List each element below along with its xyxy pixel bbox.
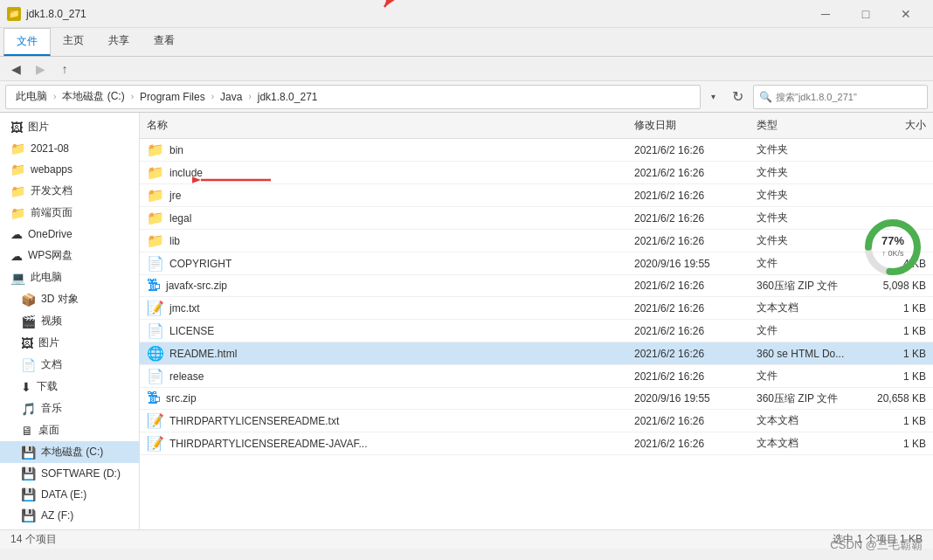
- table-row[interactable]: 🗜 javafx-src.zip 2021/6/2 16:26 360压缩 ZI…: [140, 275, 933, 297]
- table-row[interactable]: 📄 release 2021/6/2 16:26 文件 1 KB: [140, 365, 933, 388]
- table-row[interactable]: 📄 COPYRIGHT 2020/9/16 19:55 文件 4 KB: [140, 252, 933, 275]
- sidebar-item-pictures[interactable]: 🖼 图片: [0, 116, 139, 138]
- table-row[interactable]: 📁 include 2021/6/2 16:26 文件夹: [140, 162, 933, 184]
- disk-icon-2: 💾: [21, 467, 36, 480]
- sidebar-item-2021-08[interactable]: 📁 2021-08: [0, 138, 139, 159]
- col-date[interactable]: 修改日期: [627, 113, 750, 139]
- file-date: 2021/6/2 16:26: [627, 184, 750, 207]
- pictures-icon: 🖼: [10, 121, 23, 135]
- sidebar-item-downloads[interactable]: ⬇ 下载: [0, 376, 139, 398]
- app-icon: 📁: [7, 7, 21, 21]
- table-row[interactable]: 📄 LICENSE 2021/6/2 16:26 文件 1 KB: [140, 320, 933, 342]
- file-name: lib: [169, 235, 180, 247]
- file-date: 2021/6/2 16:26: [627, 139, 750, 162]
- file-type: 360压缩 ZIP 文件: [750, 388, 863, 410]
- file-name: javafx-src.zip: [166, 280, 227, 292]
- sidebar-item-wps[interactable]: ☁ WPS网盘: [0, 245, 139, 266]
- search-box[interactable]: 🔍: [753, 85, 928, 109]
- file-type: 文件夹: [750, 230, 863, 252]
- up-button[interactable]: ↑: [54, 59, 75, 80]
- breadcrumb-path: 此电脑 › 本地磁盘 (C:) › Program Files › Java ›…: [5, 85, 701, 109]
- file-size: [863, 139, 933, 162]
- sidebar-item-music[interactable]: 🎵 音乐: [0, 398, 139, 419]
- sidebar-item-data[interactable]: 💾 DATA (E:): [0, 484, 139, 505]
- file-date: 2021/6/2 16:26: [627, 432, 750, 455]
- col-size[interactable]: 大小: [863, 113, 933, 139]
- breadcrumb-thispc[interactable]: 此电脑: [13, 87, 50, 106]
- table-row[interactable]: 📁 bin 2021/6/2 16:26 文件夹: [140, 139, 933, 162]
- file-date: 2021/6/2 16:26: [627, 297, 750, 320]
- wps-icon: ☁: [10, 249, 23, 263]
- col-name[interactable]: 名称: [140, 113, 627, 139]
- minimize-button[interactable]: ─: [805, 0, 846, 28]
- refresh-button[interactable]: ↻: [725, 85, 750, 109]
- table-row[interactable]: 🌐 README.html 2021/6/2 16:26 360 se HTML…: [140, 342, 933, 365]
- breadcrumb-programfiles[interactable]: Program Files: [137, 89, 208, 105]
- table-row[interactable]: 📁 jre 2021/6/2 16:26 文件夹: [140, 184, 933, 207]
- sidebar: 🖼 图片 📁 2021-08 📁 webapps 📁 开发文档 📁 前端页面 ☁…: [0, 113, 140, 529]
- window-title: jdk1.8.0_271: [26, 8, 86, 20]
- folder-icon-4: 📁: [10, 206, 25, 220]
- file-name: README.html: [169, 348, 237, 360]
- sidebar-item-pics2[interactable]: 🖼 图片: [0, 332, 139, 354]
- table-row[interactable]: 🗜 src.zip 2020/9/16 19:55 360压缩 ZIP 文件 2…: [140, 388, 933, 410]
- sidebar-item-az[interactable]: 💾 AZ (F:): [0, 505, 139, 526]
- col-type[interactable]: 类型: [750, 113, 863, 139]
- sidebar-item-docs[interactable]: 📄 文档: [0, 354, 139, 376]
- file-name: include: [169, 167, 203, 179]
- tab-share[interactable]: 共享: [96, 28, 142, 56]
- item-count: 14 个项目: [10, 532, 57, 547]
- sidebar-item-onedrive[interactable]: ☁ OneDrive: [0, 224, 139, 245]
- file-type: 360压缩 ZIP 文件: [750, 275, 863, 297]
- breadcrumb-jdk[interactable]: jdk1.8.0_271: [255, 89, 321, 105]
- close-button[interactable]: ✕: [886, 0, 926, 28]
- folder-icon-2: 📁: [10, 162, 25, 176]
- search-icon: 🔍: [759, 91, 772, 103]
- path-dropdown-button[interactable]: ▾: [704, 85, 722, 109]
- file-date: 2021/6/2 16:26: [627, 275, 750, 297]
- content-area: 🖼 图片 📁 2021-08 📁 webapps 📁 开发文档 📁 前端页面 ☁…: [0, 113, 933, 529]
- search-input[interactable]: [776, 92, 922, 102]
- sidebar-item-devdocs[interactable]: 📁 开发文档: [0, 180, 139, 202]
- tab-file[interactable]: 文件: [3, 28, 51, 56]
- table-row[interactable]: 📁 legal 2021/6/2 16:26 文件夹: [140, 207, 933, 230]
- forward-button[interactable]: ▶: [30, 59, 51, 80]
- file-list-area: 名称 修改日期 类型 大小 📁 bin 2021/6/2 16:26 文件夹: [140, 113, 933, 529]
- ribbon-tabs: 文件 主页 共享 查看: [0, 28, 933, 56]
- performance-gauge: 77% ↑ 0K/s: [863, 218, 923, 277]
- sidebar-item-software[interactable]: 💾 SOFTWARE (D:): [0, 463, 139, 484]
- file-date: 2021/6/2 16:26: [627, 230, 750, 252]
- tab-home[interactable]: 主页: [51, 28, 96, 56]
- title-bar: 📁 jdk1.8.0_271 ─ □ ✕: [0, 0, 933, 28]
- file-type: 文件: [750, 365, 863, 388]
- tab-view[interactable]: 查看: [142, 28, 187, 56]
- file-type: 文件: [750, 320, 863, 342]
- pc-icon: 💻: [10, 271, 25, 285]
- sidebar-item-desktop[interactable]: 🖥 桌面: [0, 419, 139, 441]
- svg-text:77%: 77%: [881, 234, 904, 247]
- sidebar-item-frontend[interactable]: 📁 前端页面: [0, 202, 139, 224]
- back-button[interactable]: ◀: [5, 59, 26, 80]
- sidebar-item-localdisk[interactable]: 💾 本地磁盘 (C:): [0, 441, 139, 463]
- sidebar-item-webapps[interactable]: 📁 webapps: [0, 159, 139, 180]
- file-size: [863, 184, 933, 207]
- file-date: 2021/6/2 16:26: [627, 320, 750, 342]
- file-name: jmc.txt: [169, 302, 200, 315]
- maximize-button[interactable]: □: [846, 0, 886, 28]
- sidebar-item-thispc[interactable]: 💻 此电脑: [0, 266, 139, 288]
- breadcrumb-java[interactable]: Java: [218, 89, 245, 105]
- file-name: release: [169, 370, 204, 383]
- file-size: 20,658 KB: [863, 388, 933, 410]
- table-row[interactable]: 📁 lib 2021/6/2 16:26 文件夹: [140, 230, 933, 252]
- sidebar-item-videos[interactable]: 🎬 视频: [0, 310, 139, 332]
- table-row[interactable]: 📝 THIRDPARTYLICENSEREADME-JAVAF... 2021/…: [140, 432, 933, 455]
- ribbon: 文件 主页 共享 查看: [0, 28, 933, 57]
- file-name: THIRDPARTYLICENSEREADME-JAVAF...: [169, 438, 367, 450]
- file-size: 5,098 KB: [863, 275, 933, 297]
- table-row[interactable]: 📝 jmc.txt 2021/6/2 16:26 文本文档 1 KB: [140, 297, 933, 320]
- breadcrumb-localdisk[interactable]: 本地磁盘 (C:): [59, 87, 127, 106]
- table-row[interactable]: 📝 THIRDPARTYLICENSEREADME.txt 2021/6/2 1…: [140, 410, 933, 432]
- file-name: src.zip: [166, 392, 197, 404]
- file-size: 1 KB: [863, 342, 933, 365]
- sidebar-item-3d[interactable]: 📦 3D 对象: [0, 288, 139, 310]
